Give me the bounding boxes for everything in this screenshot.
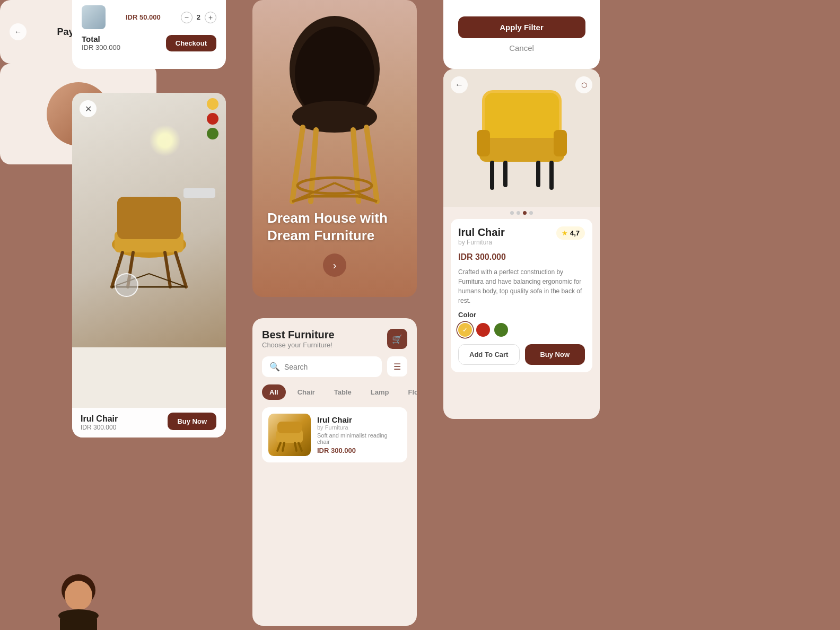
hero-chair-container <box>252 0 417 217</box>
product-price: IDR 300.000 <box>317 447 401 454</box>
detail-product-by: by Furnitura <box>458 239 505 246</box>
svg-point-22 <box>298 178 372 194</box>
svg-rect-35 <box>549 161 554 190</box>
detail-product-name: Irul Chair <box>458 226 505 239</box>
shop-title: Best Furniture <box>262 329 335 341</box>
ar-product-name: Irul Chair <box>81 414 118 424</box>
total-price: IDR 300.000 <box>82 43 120 51</box>
svg-rect-34 <box>490 161 494 190</box>
ar-buy-now-button[interactable]: Buy Now <box>168 413 216 430</box>
product-desc: Soft and minimalist reading chair <box>317 432 401 445</box>
dot-1[interactable] <box>510 211 514 215</box>
qty-value: 2 <box>197 13 200 21</box>
ar-chair-render <box>101 181 197 294</box>
dot-2[interactable] <box>517 211 520 215</box>
svg-rect-2 <box>117 197 181 239</box>
search-icon: 🔍 <box>269 362 280 372</box>
category-tabs: All Chair Table Lamp Floor <box>262 384 407 400</box>
ar-close-button[interactable]: ✕ <box>80 100 97 117</box>
ar-color-yellow[interactable] <box>207 98 218 110</box>
ar-room-background: ✕ <box>72 93 226 347</box>
ar-ceiling-light <box>149 125 181 156</box>
detail-action-buttons: Add To Cart Buy Now <box>458 344 585 365</box>
search-row: 🔍 ☰ <box>262 356 407 377</box>
quantity-control: − 2 + <box>181 12 216 23</box>
product-name: Irul Chair <box>317 415 401 424</box>
apply-filter-button[interactable]: Apply Filter <box>458 16 585 38</box>
product-info: Irul Chair by Furnitura Soft and minimal… <box>317 415 401 454</box>
color-option-yellow[interactable]: ✓ <box>458 323 472 337</box>
svg-rect-32 <box>477 130 490 156</box>
category-floor[interactable]: Floor <box>401 384 417 400</box>
product-list-item[interactable]: Irul Chair by Furnitura Soft and minimal… <box>262 407 407 462</box>
hero-card: Dream House with Dream Furniture › <box>252 0 417 297</box>
cart-product-thumbnail <box>82 5 106 29</box>
dot-3[interactable] <box>523 211 527 215</box>
hero-next-button[interactable]: › <box>323 253 346 277</box>
category-chair[interactable]: Chair <box>290 384 322 400</box>
color-option-red[interactable] <box>476 323 490 337</box>
shop-header: Best Furniture Choose your Furniture! 🛒 <box>262 329 407 349</box>
color-option-green[interactable] <box>494 323 508 337</box>
image-dots <box>443 207 600 219</box>
buy-now-button[interactable]: Buy Now <box>525 344 585 365</box>
filter-card: Apply Filter Cancel <box>443 0 600 69</box>
search-bar: 🔍 <box>262 356 382 377</box>
detail-3d-button[interactable]: ⬡ <box>575 76 592 93</box>
ar-info-bar: Irul Chair IDR 300.000 Buy Now <box>72 408 226 438</box>
dot-4[interactable] <box>529 211 533 215</box>
filter-button[interactable]: ☰ <box>387 356 407 377</box>
detail-price: IDR 300.000 <box>458 252 585 262</box>
rating-badge: ★ 4,7 <box>556 226 585 240</box>
add-to-cart-button[interactable]: Add To Cart <box>458 344 520 365</box>
ar-view-card: ✕ <box>72 93 226 438</box>
rating-value: 4,7 <box>570 229 580 237</box>
cart-card: IDR 50.000 − 2 + Total IDR 300.000 Check… <box>72 0 226 69</box>
detail-back-button[interactable]: ← <box>451 76 468 93</box>
search-input[interactable] <box>284 363 374 371</box>
shop-subtitle: Choose your Furniture! <box>262 341 335 349</box>
cart-item-price: IDR 50.000 <box>126 13 161 21</box>
product-by: by Furnitura <box>317 424 401 431</box>
ar-color-green[interactable] <box>207 128 218 139</box>
category-table[interactable]: Table <box>327 384 359 400</box>
ar-product-price: IDR 300.000 <box>81 424 118 431</box>
shop-cart-button[interactable]: 🛒 <box>387 329 407 349</box>
checkout-button[interactable]: Checkout <box>166 35 216 51</box>
svg-rect-37 <box>536 161 540 187</box>
color-section-label: Color <box>458 311 585 319</box>
ar-color-selector <box>207 98 218 139</box>
cancel-filter-button[interactable]: Cancel <box>509 43 534 52</box>
svg-line-6 <box>165 252 170 287</box>
product-thumbnail <box>268 414 311 456</box>
category-all[interactable]: All <box>262 384 286 400</box>
svg-line-25 <box>277 443 281 451</box>
svg-rect-36 <box>503 161 508 187</box>
detail-description: Crafted with a perfect construction by F… <box>458 267 585 305</box>
hero-text-block: Dream House with Dream Furniture <box>267 209 417 244</box>
svg-line-26 <box>299 443 302 451</box>
svg-line-4 <box>176 252 186 287</box>
detail-info-wrapper: Irul Chair by Furnitura ★ 4,7 IDR 300.00… <box>443 219 600 380</box>
detail-image-area: ← ⬡ <box>443 69 600 207</box>
svg-rect-24 <box>277 422 302 433</box>
shop-card: Best Furniture Choose your Furniture! 🛒 … <box>252 318 417 626</box>
qty-increase-button[interactable]: + <box>205 12 216 23</box>
svg-rect-31 <box>479 138 564 162</box>
ar-position-handle[interactable] <box>115 273 138 297</box>
svg-line-27 <box>283 443 284 451</box>
color-options: ✓ <box>458 323 585 337</box>
detail-info-block: Irul Chair by Furnitura ★ 4,7 IDR 300.00… <box>451 219 592 372</box>
qty-decrease-button[interactable]: − <box>181 12 192 23</box>
svg-rect-33 <box>554 130 567 156</box>
total-label: Total <box>82 34 120 43</box>
hero-title: Dream House with Dream Furniture <box>267 209 417 244</box>
category-lamp[interactable]: Lamp <box>363 384 397 400</box>
product-detail-card: ← ⬡ Irul Chair <box>443 69 600 419</box>
svg-rect-30 <box>485 93 559 141</box>
payment-back-button[interactable]: ← <box>10 23 27 40</box>
star-icon: ★ <box>562 229 568 237</box>
ar-color-red[interactable] <box>207 113 218 125</box>
svg-line-28 <box>295 443 296 451</box>
